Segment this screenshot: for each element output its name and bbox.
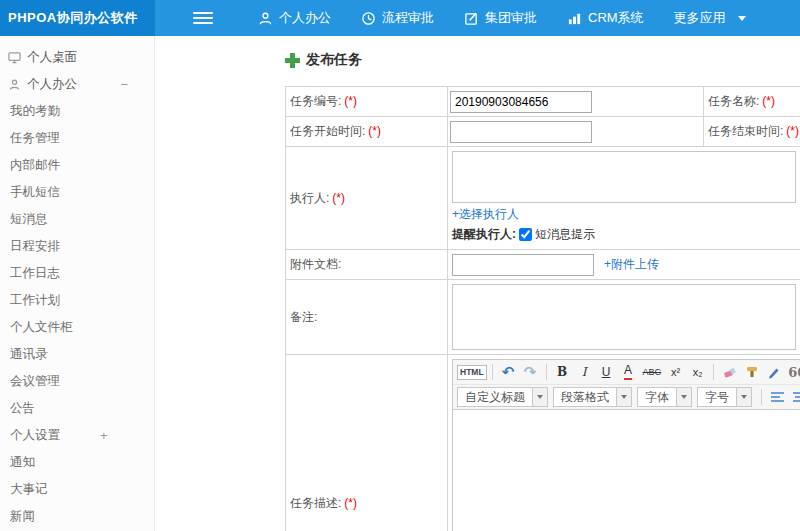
sidebar-item-label: 工作日志 — [10, 265, 60, 282]
nav-group-approval[interactable]: 集团审批 — [449, 0, 552, 36]
editor-blockquote-button[interactable]: 66 — [785, 362, 800, 382]
sms-remind-checkbox[interactable] — [519, 228, 532, 241]
sidebar-item-label: 任务管理 — [10, 130, 60, 147]
sidebar-item-contacts[interactable]: 通讯录 — [0, 341, 154, 368]
editor-align-left-button[interactable] — [767, 387, 788, 407]
menu-toggle-icon[interactable] — [193, 0, 213, 36]
sidebar-item-internal-mail[interactable]: 内部邮件 — [0, 152, 154, 179]
sidebar-item-personal-files[interactable]: 个人文件柜 — [0, 314, 154, 341]
remark-textarea[interactable] — [452, 284, 796, 350]
required-mark: (*) — [344, 94, 357, 108]
task-name-label: 任务名称: — [708, 94, 759, 108]
chevron-down-icon — [676, 388, 691, 406]
attachment-upload-link[interactable]: +附件上传 — [604, 256, 659, 273]
table-row: 附件文档: +附件上传 — [286, 250, 800, 280]
editor-fontcolor-button[interactable]: A — [618, 362, 639, 382]
dropdown-label: 字号 — [698, 389, 736, 406]
editor-font-size-dropdown[interactable]: 字号 — [697, 387, 752, 407]
sidebar-item-personal-office[interactable]: 个人办公 − — [0, 71, 154, 98]
sidebar-item-short-message[interactable]: 短消息 — [0, 206, 154, 233]
executor-textarea[interactable] — [452, 151, 796, 203]
nav-personal-office[interactable]: 个人办公 — [243, 0, 346, 36]
chart-icon — [567, 11, 582, 26]
editor-superscript-button[interactable]: x² — [665, 362, 686, 382]
choose-executor-link[interactable]: +选择执行人 — [452, 207, 519, 221]
sidebar-item-my-attendance[interactable]: 我的考勤 — [0, 98, 154, 125]
editor-toolbar-row2: 自定义标题 段落格式 字体 — [453, 385, 800, 410]
nav-label: 更多应用 — [674, 9, 726, 27]
sidebar-item-personal-desktop[interactable]: 个人桌面 — [0, 44, 154, 71]
sidebar-item-label: 工作计划 — [10, 292, 60, 309]
editor-subscript-button[interactable]: x₂ — [687, 362, 708, 382]
sidebar-item-label: 通讯录 — [10, 346, 48, 363]
sidebar-item-work-plan[interactable]: 工作计划 — [0, 287, 154, 314]
editor-strikethrough-button[interactable]: ABC — [640, 362, 665, 382]
editor-paragraph-format-dropdown[interactable]: 段落格式 — [553, 387, 632, 407]
editor-bold-button[interactable]: B — [552, 362, 573, 382]
align-center-icon — [793, 392, 800, 402]
sidebar-item-label: 个人办公 — [27, 76, 77, 93]
sidebar-item-schedule[interactable]: 日程安排 — [0, 233, 154, 260]
sidebar-item-mobile-sms[interactable]: 手机短信 — [0, 179, 154, 206]
required-mark: (*) — [368, 124, 381, 138]
sidebar: 个人桌面 个人办公 − 我的考勤 任务管理 内部邮件 手机短信 短消息 日程安排… — [0, 36, 155, 531]
nav-label: 集团审批 — [485, 9, 537, 27]
editor-font-family-dropdown[interactable]: 字体 — [637, 387, 692, 407]
main-content: 发布任务 任务编号:(*) 任务名称:(*) 任务开始时间:(*) — [155, 36, 800, 531]
editor-eraser-button[interactable] — [719, 362, 740, 382]
editor-redo-button[interactable]: ↷ — [520, 362, 541, 382]
sidebar-item-announcement[interactable]: 公告 — [0, 395, 154, 422]
add-icon — [285, 53, 300, 68]
editor-pen-button[interactable] — [763, 362, 784, 382]
underline-glyph: U — [602, 365, 611, 379]
nav-label: 流程审批 — [382, 9, 434, 27]
publish-task-form: 任务编号:(*) 任务名称:(*) 任务开始时间:(*) 任务结束时间:(*) — [285, 86, 800, 531]
sidebar-item-task-management[interactable]: 任务管理 — [0, 125, 154, 152]
start-time-label: 任务开始时间: — [290, 124, 365, 138]
editor-italic-button[interactable]: I — [574, 362, 595, 382]
collapse-icon[interactable]: − — [120, 77, 128, 92]
end-time-label: 任务结束时间: — [708, 124, 783, 138]
nav-crm-system[interactable]: CRM系统 — [552, 0, 659, 36]
editor-align-center-button[interactable] — [789, 387, 800, 407]
expand-icon[interactable]: + — [100, 428, 108, 443]
sidebar-item-label: 新闻 — [10, 508, 35, 525]
start-time-input[interactable] — [450, 121, 592, 143]
table-row: 执行人:(*) +选择执行人 提醒执行人: 短消息提示 — [286, 147, 800, 250]
sidebar-item-label: 个人设置 — [10, 427, 60, 444]
editor-underline-button[interactable]: U — [596, 362, 617, 382]
nav-label: 个人办公 — [279, 9, 331, 27]
nav-more-apps[interactable]: 更多应用 — [659, 0, 761, 36]
sidebar-item-personal-settings[interactable]: 个人设置 + — [0, 422, 154, 449]
task-no-input[interactable] — [450, 91, 592, 113]
attachment-label: 附件文档: — [290, 257, 341, 271]
sidebar-item-notice[interactable]: 通知 — [0, 449, 154, 476]
attachment-input[interactable] — [452, 254, 594, 276]
editor-undo-button[interactable]: ↶ — [498, 362, 519, 382]
remark-label: 备注: — [290, 310, 317, 324]
sidebar-item-events[interactable]: 大事记 — [0, 476, 154, 503]
table-row: 备注: — [286, 280, 800, 355]
nav-label: CRM系统 — [588, 9, 644, 27]
editor-toolbar-row1: HTML ↶ ↷ B I U A ABC x² x₂ — [453, 360, 800, 385]
fontcolor-glyph: A — [624, 364, 632, 379]
sidebar-item-label: 会议管理 — [10, 373, 60, 390]
sidebar-item-meeting-management[interactable]: 会议管理 — [0, 368, 154, 395]
brush-icon — [745, 365, 759, 379]
sidebar-item-news[interactable]: 新闻 — [0, 503, 154, 530]
editor-source-button[interactable]: HTML — [457, 365, 487, 380]
sms-remind-label: 短消息提示 — [535, 226, 595, 243]
eraser-icon — [723, 365, 737, 379]
sidebar-item-label: 短消息 — [10, 211, 48, 228]
sidebar-item-label: 通知 — [10, 454, 35, 471]
editor-heading-dropdown[interactable]: 自定义标题 — [457, 387, 548, 407]
top-header: PHPOA协同办公软件 个人办公 流程审批 集团审批 CRM系统 — [0, 0, 800, 36]
sidebar-item-work-log[interactable]: 工作日志 — [0, 260, 154, 287]
table-row: 任务开始时间:(*) 任务结束时间:(*) — [286, 117, 800, 147]
edit-icon — [464, 11, 479, 26]
sidebar-item-label: 我的考勤 — [10, 103, 60, 120]
chevron-down-icon — [736, 388, 751, 406]
nav-workflow-approval[interactable]: 流程审批 — [346, 0, 449, 36]
editor-content-area[interactable] — [453, 410, 800, 531]
editor-format-brush-button[interactable] — [741, 362, 762, 382]
